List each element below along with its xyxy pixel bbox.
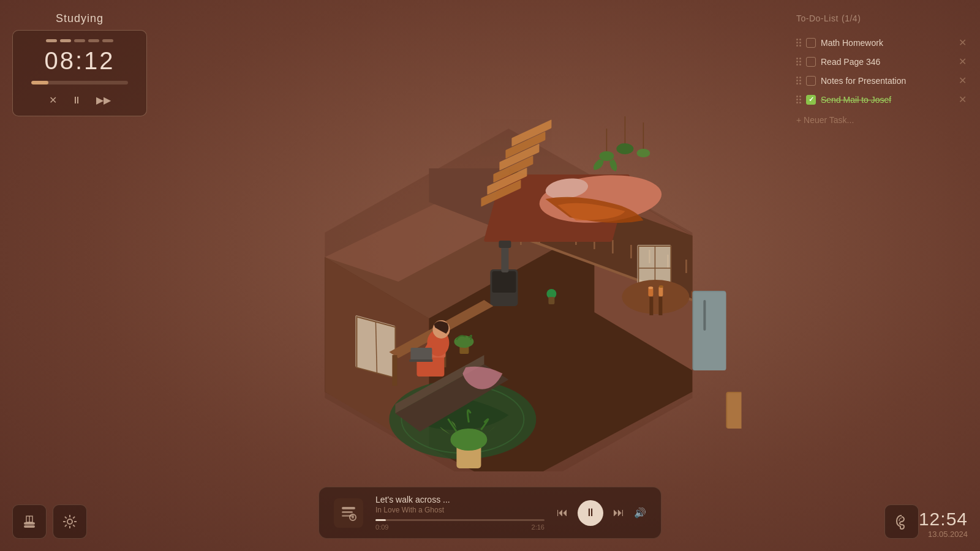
timer-pause-button[interactable]: ⏸ [70,94,83,107]
music-prev-button[interactable]: ⏮ [557,506,568,519]
settings-button[interactable] [53,504,87,539]
clock-date: 13.05.2024 [919,530,968,539]
timer-dot-3 [74,39,85,42]
music-progress-bar[interactable] [375,519,545,521]
timer-dot-1 [46,39,57,42]
timer-dots [31,39,128,42]
svg-rect-47 [492,271,516,293]
studying-panel: Studying 08:12 ✕ ⏸ ▶▶ [12,12,147,116]
svg-rect-34 [648,288,653,296]
timer-box: 08:12 ✕ ⏸ ▶▶ [12,30,147,116]
music-info: Let's walk across ... In Love With a Gho… [375,495,545,531]
studying-title: Studying [12,12,147,25]
todo-delete-button[interactable]: ✕ [957,56,968,67]
music-controls: ⏮ ⏸ ⏭ 🔊 [557,500,646,526]
clock-time: 12:54 [919,509,968,530]
todo-label: Notes for Presentation [821,76,952,86]
svg-rect-79 [727,393,741,429]
svg-point-22 [599,151,614,161]
timer-skip-button[interactable]: ▶▶ [95,93,112,107]
clock: 12:54 13.05.2024 [919,509,968,539]
svg-rect-98 [24,525,35,528]
brush-button[interactable] [12,504,47,539]
svg-rect-49 [499,241,511,248]
svg-rect-33 [658,297,662,315]
ear-button[interactable] [884,504,919,539]
todo-drag-handle[interactable] [796,58,801,66]
svg-rect-91 [548,297,554,304]
todo-delete-button[interactable]: ✕ [957,37,968,48]
music-times: 0:09 2:16 [375,523,545,531]
svg-point-24 [616,143,633,154]
svg-point-100 [67,519,72,524]
music-icon-box [334,498,363,528]
music-pause-button[interactable]: ⏸ [578,500,603,526]
music-player: Let's walk across ... In Love With a Gho… [318,487,662,539]
timer-display: 08:12 [31,47,128,75]
svg-point-36 [648,287,653,289]
timer-dot-4 [88,39,99,42]
music-title: Let's walk across ... [375,495,545,504]
todo-header: To-Do-List (1/4) [796,12,968,24]
todo-panel: To-Do-List (1/4) Math Homework✕Read Page… [796,12,968,127]
music-artist: In Love With a Ghost [375,506,545,514]
todo-checkbox[interactable] [806,76,816,86]
todo-checkbox[interactable] [806,38,816,48]
svg-rect-32 [649,297,653,315]
todo-drag-handle[interactable] [796,77,801,84]
timer-controls: ✕ ⏸ ▶▶ [31,93,128,107]
bottom-left-buttons [12,504,87,539]
svg-point-26 [636,149,650,157]
svg-rect-61 [409,359,432,362]
svg-rect-48 [501,245,508,272]
music-next-button[interactable]: ⏭ [613,506,624,519]
svg-rect-35 [658,287,663,296]
svg-rect-60 [410,348,432,361]
todo-item: Read Page 346✕ [796,52,968,71]
timer-dot-5 [102,39,113,42]
music-progress-fill [375,519,386,521]
todo-delete-button[interactable]: ✕ [957,94,968,105]
todo-label: Math Homework [821,38,952,48]
todo-checkbox[interactable] [806,57,816,67]
timer-stop-button[interactable]: ✕ [48,93,58,107]
todo-delete-button[interactable]: ✕ [957,75,968,86]
svg-rect-89 [703,300,706,331]
svg-point-96 [352,516,354,519]
volume-icon[interactable]: 🔊 [634,507,646,519]
todo-checkbox[interactable] [806,95,816,105]
bottom-right-buttons [884,504,919,539]
svg-point-31 [622,280,689,314]
timer-dot-2 [60,39,71,42]
room-illustration [276,80,741,471]
timer-progress-bar [31,81,128,84]
todo-label: Send Mail to Josef [821,95,952,105]
svg-rect-92 [342,507,355,509]
todo-add-button[interactable]: + Neuer Task... [796,113,968,127]
todo-item: Send Mail to Josef✕ [796,90,968,109]
todo-label: Read Page 346 [821,57,952,67]
todo-item: Math Homework✕ [796,33,968,52]
svg-rect-93 [342,511,353,513]
todo-items-container: Math Homework✕Read Page 346✕Notes for Pr… [796,33,968,109]
timer-progress-fill [31,81,48,84]
svg-point-37 [659,285,663,288]
todo-drag-handle[interactable] [796,39,801,47]
svg-rect-88 [693,292,726,370]
todo-drag-handle[interactable] [796,96,801,103]
todo-item: Notes for Presentation✕ [796,71,968,90]
svg-rect-54 [392,355,397,386]
